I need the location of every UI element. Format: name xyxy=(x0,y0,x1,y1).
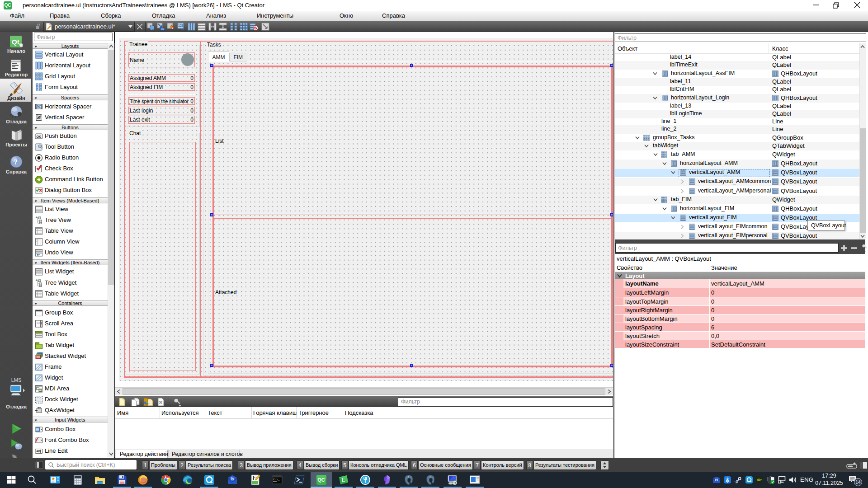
svg-text:Qt: Qt xyxy=(12,38,19,46)
svg-text:b: b xyxy=(231,477,234,481)
svg-text:123: 123 xyxy=(178,24,184,27)
svg-text:QC: QC xyxy=(317,477,325,483)
svg-text:L: L xyxy=(342,477,345,483)
svg-text:C:\_: C:\_ xyxy=(273,478,280,481)
svg-text:?: ? xyxy=(14,158,18,166)
